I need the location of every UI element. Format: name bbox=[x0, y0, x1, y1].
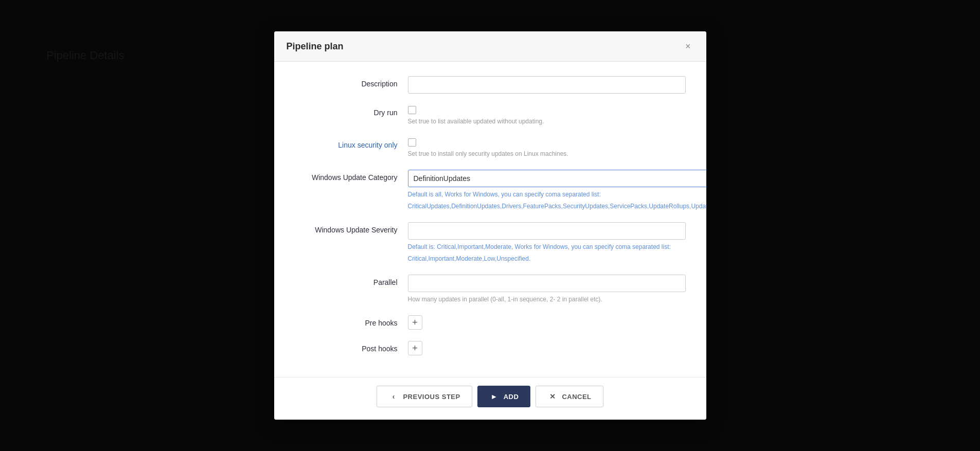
post-hooks-label: Post hooks bbox=[295, 341, 408, 353]
cancel-label: CANCEL bbox=[562, 393, 591, 401]
close-button[interactable]: × bbox=[682, 41, 694, 52]
dry-run-checkbox[interactable] bbox=[408, 106, 416, 114]
windows-category-input[interactable] bbox=[408, 170, 706, 187]
post-hooks-row: Post hooks + bbox=[295, 341, 686, 355]
cancel-button[interactable]: ✕ CANCEL bbox=[536, 386, 603, 407]
description-label: Description bbox=[295, 76, 408, 88]
windows-severity-label: Windows Update Severity bbox=[295, 222, 408, 234]
dry-run-hint: Set true to list available updated witho… bbox=[408, 117, 686, 126]
windows-severity-control: Default is: Critical,Important,Moderate,… bbox=[408, 222, 686, 263]
post-hooks-control: + bbox=[408, 341, 686, 355]
windows-category-control: Default is all, Works for Windows, you c… bbox=[408, 170, 706, 211]
linux-security-checkbox-row bbox=[408, 137, 686, 147]
windows-severity-hint1: Default is: Critical,Important,Moderate,… bbox=[408, 242, 686, 251]
windows-severity-hint2: Critical,Important,Moderate,Low,Unspecif… bbox=[408, 254, 686, 263]
windows-category-hint2: CriticalUpdates,DefinitionUpdates,Driver… bbox=[408, 202, 706, 211]
modal-title: Pipeline plan bbox=[287, 41, 344, 52]
chevron-left-icon: ‹ bbox=[388, 391, 399, 402]
description-control bbox=[408, 76, 686, 94]
dry-run-row: Dry run Set true to list available updat… bbox=[295, 105, 686, 126]
pipeline-plan-modal: Pipeline plan × Description Dry run Set … bbox=[274, 31, 706, 420]
linux-security-control: Set true to install only security update… bbox=[408, 137, 686, 158]
windows-severity-input[interactable] bbox=[408, 222, 686, 240]
parallel-control: How many updates in parallel (0-all, 1-i… bbox=[408, 275, 686, 304]
pre-hooks-label: Pre hooks bbox=[295, 315, 408, 327]
add-label: ADD bbox=[504, 393, 519, 401]
windows-severity-row: Windows Update Severity Default is: Crit… bbox=[295, 222, 686, 263]
parallel-label: Parallel bbox=[295, 275, 408, 286]
windows-category-row: Windows Update Category Default is all, … bbox=[295, 170, 686, 211]
previous-step-button[interactable]: ‹ PREVIOUS STEP bbox=[377, 386, 472, 407]
pre-hooks-add-button[interactable]: + bbox=[408, 315, 422, 330]
dry-run-checkbox-row bbox=[408, 105, 686, 114]
linux-security-row: Linux security only Set true to install … bbox=[295, 137, 686, 158]
modal-body: Description Dry run Set true to list ava… bbox=[274, 62, 706, 377]
windows-category-hint1: Default is all, Works for Windows, you c… bbox=[408, 190, 706, 199]
description-row: Description bbox=[295, 76, 686, 94]
description-input[interactable] bbox=[408, 76, 686, 94]
parallel-hint: How many updates in parallel (0-all, 1-i… bbox=[408, 295, 686, 304]
parallel-row: Parallel How many updates in parallel (0… bbox=[295, 275, 686, 304]
linux-security-checkbox[interactable] bbox=[408, 138, 416, 147]
close-icon: ✕ bbox=[547, 391, 558, 402]
dry-run-control: Set true to list available updated witho… bbox=[408, 105, 686, 126]
windows-category-label: Windows Update Category bbox=[295, 170, 408, 182]
linux-security-hint: Set true to install only security update… bbox=[408, 149, 686, 158]
dry-run-label: Dry run bbox=[295, 105, 408, 117]
previous-step-label: PREVIOUS STEP bbox=[403, 393, 460, 401]
play-icon: ► bbox=[489, 391, 500, 402]
pre-hooks-control: + bbox=[408, 315, 686, 330]
add-button[interactable]: ► ADD bbox=[477, 386, 531, 407]
linux-security-label: Linux security only bbox=[295, 137, 408, 149]
parallel-input[interactable] bbox=[408, 275, 686, 292]
modal-footer: ‹ PREVIOUS STEP ► ADD ✕ CANCEL bbox=[274, 377, 706, 420]
post-hooks-add-button[interactable]: + bbox=[408, 341, 422, 355]
modal-header: Pipeline plan × bbox=[274, 31, 706, 62]
pre-hooks-row: Pre hooks + bbox=[295, 315, 686, 330]
